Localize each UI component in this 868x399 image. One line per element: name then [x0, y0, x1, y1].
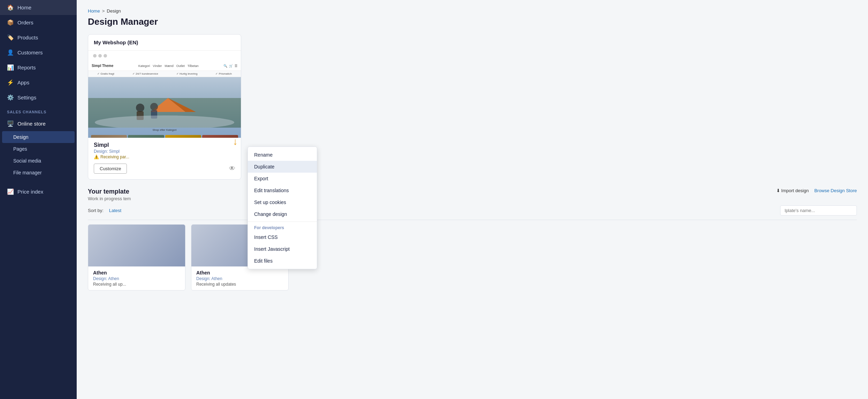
import-design-button[interactable]: ⬇ Import design	[776, 188, 809, 193]
sidebar-item-label: Price index	[17, 189, 43, 195]
sidebar-item-label: Settings	[17, 95, 36, 100]
filter-bar: Sort by: Latest	[88, 205, 857, 220]
price-index-icon: 📈	[7, 188, 14, 195]
grid-card-1-title: Athen	[196, 270, 283, 276]
sidebar-item-online-store[interactable]: 🖥️ Online store	[0, 116, 77, 131]
sidebar-subitem-pages[interactable]: Pages	[0, 143, 77, 155]
trust-1: ✓ Gratis fragt	[97, 72, 114, 75]
sidebar-item-label: Home	[17, 5, 31, 10]
thumb-3	[165, 135, 201, 138]
sidebar-subitem-social-media[interactable]: Social media	[0, 155, 77, 167]
context-menu-edit-translations[interactable]: Edit translations	[248, 185, 317, 196]
card-design-name: Simpl	[94, 142, 235, 148]
main-content: Home > Design Design Manager My Webshop …	[77, 0, 868, 399]
card-actions: Customize 👁	[88, 164, 241, 179]
sidebar-item-products[interactable]: 🏷️ Products	[0, 30, 77, 45]
preview-nav: Simpl Theme Kategori Vinder Mænd Outlet …	[88, 61, 241, 71]
nav-link-2: Vinder	[153, 64, 162, 68]
context-menu-rename[interactable]: Rename	[248, 149, 317, 161]
home-icon: 🏠	[7, 4, 14, 11]
template-search-input[interactable]	[780, 205, 857, 216]
sidebar-item-customers[interactable]: 👤 Customers	[0, 45, 77, 60]
arrow-indicator: ↓	[233, 136, 238, 147]
my-webshop-card: My Webshop (EN) Simpl Theme Kategori Vin…	[88, 34, 241, 180]
products-icon: 🏷️	[7, 34, 14, 41]
context-menu-divider	[248, 221, 317, 222]
sidebar-item-settings[interactable]: ⚙️ Settings	[0, 90, 77, 105]
sidebar-item-price-index[interactable]: 📈 Price index	[0, 184, 77, 199]
grid-card-1-info: Athen Design: Athen Receiving all update…	[191, 266, 288, 290]
card-dots	[88, 51, 241, 61]
sidebar-subitem-label: File manager	[13, 170, 42, 175]
thumb-1	[91, 135, 127, 138]
customize-button[interactable]: Customize	[94, 164, 127, 174]
nav-link-5: Tilbetan	[188, 64, 199, 68]
sidebar-subitem-label: Design	[13, 134, 29, 140]
card-header-title: My Webshop (EN)	[88, 35, 241, 51]
context-menu-insert-css[interactable]: Insert CSS	[248, 231, 317, 243]
sidebar-item-home[interactable]: 🏠 Home	[0, 0, 77, 15]
sidebar-item-reports[interactable]: 📊 Reports	[0, 60, 77, 75]
breadcrumb-current: Design	[107, 8, 121, 14]
trust-3: ✓ Hurtig levering	[176, 72, 198, 75]
sidebar-item-label: Orders	[17, 20, 33, 25]
sidebar-subitem-file-manager[interactable]: File manager	[0, 167, 77, 179]
sidebar-item-orders[interactable]: 📦 Orders	[0, 15, 77, 30]
status-text: Receiving par...	[100, 155, 129, 159]
dot-1	[93, 54, 97, 58]
sidebar-item-label: Online store	[17, 121, 46, 127]
trust-2: ✓ 24/7 kundeservice	[132, 72, 158, 75]
template-grid: Athen Design: Athen Receiving all up... …	[88, 224, 857, 291]
sidebar-item-label: Products	[17, 35, 38, 40]
thumb-2	[128, 135, 164, 138]
svg-point-6	[150, 103, 158, 111]
preview-trust-bar: ✓ Gratis fragt ✓ 24/7 kundeservice ✓ Hur…	[88, 71, 241, 77]
menu-icon: ☰	[235, 64, 237, 68]
preview-nav-links: Kategori Vinder Mænd Outlet Tilbetan	[117, 64, 219, 68]
context-menu-setup-cookies[interactable]: Set up cookies	[248, 196, 317, 208]
nav-link-3: Mænd	[165, 64, 174, 68]
grid-card-0-image	[88, 225, 185, 266]
settings-icon: ⚙️	[7, 94, 14, 101]
templates-title-block: Your template Work in progress tem	[88, 188, 131, 201]
sidebar-item-label: Customers	[17, 50, 43, 55]
nav-link-1: Kategori	[138, 64, 150, 68]
eye-icon[interactable]: 👁	[229, 165, 235, 172]
search-icon: 🔍	[223, 64, 227, 68]
page-title: Design Manager	[88, 16, 857, 27]
preview-category-label: Shop efter Kategori	[88, 128, 241, 132]
sort-latest-button[interactable]: Latest	[109, 208, 121, 213]
context-menu-dev-section: For developers	[248, 223, 317, 231]
customers-icon: 👤	[7, 49, 14, 56]
sales-channels-label: SALES CHANNELS	[0, 105, 77, 116]
grid-card-1-design-label: Design: Athen	[196, 276, 283, 281]
preview-icons: 🔍 🛒 ☰	[223, 64, 237, 68]
templates-header: Your template Work in progress tem ⬇ Imp…	[88, 188, 857, 201]
context-menu-duplicate[interactable]: Duplicate	[248, 161, 317, 173]
preview-hero	[88, 77, 241, 128]
context-menu-export[interactable]: Export	[248, 173, 317, 185]
sort-label: Sort by:	[88, 208, 104, 213]
sidebar-item-apps[interactable]: ⚡ Apps	[0, 75, 77, 90]
sidebar-item-label: Apps	[17, 80, 29, 85]
context-menu-insert-js[interactable]: Insert Javascript	[248, 243, 317, 255]
online-store-icon: 🖥️	[7, 120, 14, 127]
reports-icon: 📊	[7, 64, 14, 71]
nav-link-4: Outlet	[176, 64, 185, 68]
card-preview: Simpl Theme Kategori Vinder Mænd Outlet …	[88, 61, 241, 138]
context-menu-edit-files[interactable]: Edit files	[248, 255, 317, 267]
cart-icon: 🛒	[229, 64, 233, 68]
breadcrumb-home[interactable]: Home	[88, 8, 100, 14]
templates-subtitle: Work in progress tem	[88, 196, 131, 201]
context-menu-change-design[interactable]: Change design	[248, 208, 317, 220]
templates-title: Your template	[88, 188, 131, 195]
browse-design-store-button[interactable]: Browse Design Store	[814, 188, 857, 193]
apps-icon: ⚡	[7, 79, 14, 86]
grid-card-0-title: Athen	[93, 270, 180, 276]
grid-card-1-status: Receiving all updates	[196, 282, 283, 287]
sidebar-subitem-design[interactable]: Design	[2, 131, 75, 143]
card-design-label: Design: Simpl	[94, 149, 235, 154]
templates-actions: ⬇ Import design Browse Design Store	[776, 188, 857, 193]
preview-thumbnails	[88, 132, 241, 138]
dot-2	[98, 54, 102, 58]
